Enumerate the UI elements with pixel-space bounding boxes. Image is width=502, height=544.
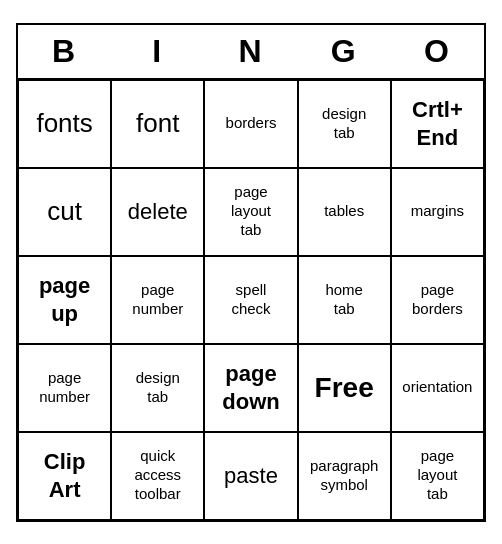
bingo-cell-text-r2-c2: spell check bbox=[231, 281, 270, 319]
bingo-cell-text-r0-c2: borders bbox=[226, 114, 277, 133]
bingo-cell-text-r0-c0: fonts bbox=[36, 107, 92, 140]
bingo-cell-text-r4-c2: paste bbox=[224, 462, 278, 490]
bingo-cell-r1-c1: delete bbox=[111, 168, 204, 256]
header-letter-O: O bbox=[391, 25, 484, 78]
bingo-cell-r0-c3: design tab bbox=[298, 80, 391, 168]
bingo-card: BINGO fontsfontbordersdesign tabCrtl+ En… bbox=[16, 23, 486, 522]
bingo-cell-r3-c4: orientation bbox=[391, 344, 484, 432]
bingo-cell-r0-c2: borders bbox=[204, 80, 297, 168]
header-letter-B: B bbox=[18, 25, 111, 78]
bingo-cell-r2-c1: page number bbox=[111, 256, 204, 344]
bingo-cell-r2-c2: spell check bbox=[204, 256, 297, 344]
bingo-cell-text-r4-c4: page layout tab bbox=[417, 447, 457, 503]
bingo-cell-r2-c0: page up bbox=[18, 256, 111, 344]
bingo-cell-text-r0-c3: design tab bbox=[322, 105, 366, 143]
header-letter-N: N bbox=[204, 25, 297, 78]
bingo-cell-r4-c1: quick access toolbar bbox=[111, 432, 204, 520]
bingo-cell-r0-c1: font bbox=[111, 80, 204, 168]
bingo-cell-r3-c1: design tab bbox=[111, 344, 204, 432]
bingo-cell-text-r0-c4: Crtl+ End bbox=[412, 96, 463, 151]
bingo-cell-text-r3-c2: page down bbox=[222, 360, 279, 415]
bingo-cell-r3-c3: Free bbox=[298, 344, 391, 432]
bingo-cell-text-r2-c4: page borders bbox=[412, 281, 463, 319]
bingo-cell-r0-c4: Crtl+ End bbox=[391, 80, 484, 168]
bingo-cell-text-r3-c1: design tab bbox=[136, 369, 180, 407]
bingo-cell-r3-c0: page number bbox=[18, 344, 111, 432]
header-letter-I: I bbox=[111, 25, 204, 78]
bingo-cell-text-r4-c1: quick access toolbar bbox=[134, 447, 181, 503]
bingo-cell-text-r1-c2: page layout tab bbox=[231, 183, 271, 239]
bingo-cell-text-r2-c1: page number bbox=[132, 281, 183, 319]
bingo-cell-r0-c0: fonts bbox=[18, 80, 111, 168]
bingo-cell-r4-c3: paragraph symbol bbox=[298, 432, 391, 520]
bingo-cell-r4-c4: page layout tab bbox=[391, 432, 484, 520]
bingo-cell-r1-c4: margins bbox=[391, 168, 484, 256]
bingo-cell-r2-c3: home tab bbox=[298, 256, 391, 344]
bingo-cell-text-r1-c0: cut bbox=[47, 195, 82, 228]
bingo-cell-text-r4-c0: Clip Art bbox=[44, 448, 86, 503]
header-letter-G: G bbox=[298, 25, 391, 78]
bingo-cell-text-r0-c1: font bbox=[136, 107, 179, 140]
bingo-cell-text-r2-c0: page up bbox=[39, 272, 90, 327]
bingo-cell-text-r3-c0: page number bbox=[39, 369, 90, 407]
bingo-cell-text-r4-c3: paragraph symbol bbox=[310, 457, 378, 495]
bingo-cell-text-r1-c3: tables bbox=[324, 202, 364, 221]
bingo-cell-text-r3-c4: orientation bbox=[402, 378, 472, 397]
bingo-cell-r3-c2: page down bbox=[204, 344, 297, 432]
bingo-cell-text-r1-c4: margins bbox=[411, 202, 464, 221]
bingo-cell-r1-c2: page layout tab bbox=[204, 168, 297, 256]
bingo-cell-r4-c0: Clip Art bbox=[18, 432, 111, 520]
bingo-cell-text-r3-c3: Free bbox=[315, 370, 374, 405]
bingo-cell-r4-c2: paste bbox=[204, 432, 297, 520]
bingo-cell-r1-c3: tables bbox=[298, 168, 391, 256]
bingo-cell-text-r2-c3: home tab bbox=[325, 281, 363, 319]
bingo-grid: fontsfontbordersdesign tabCrtl+ Endcutde… bbox=[18, 80, 484, 520]
bingo-cell-r2-c4: page borders bbox=[391, 256, 484, 344]
bingo-header: BINGO bbox=[18, 25, 484, 80]
bingo-cell-r1-c0: cut bbox=[18, 168, 111, 256]
bingo-cell-text-r1-c1: delete bbox=[128, 198, 188, 226]
